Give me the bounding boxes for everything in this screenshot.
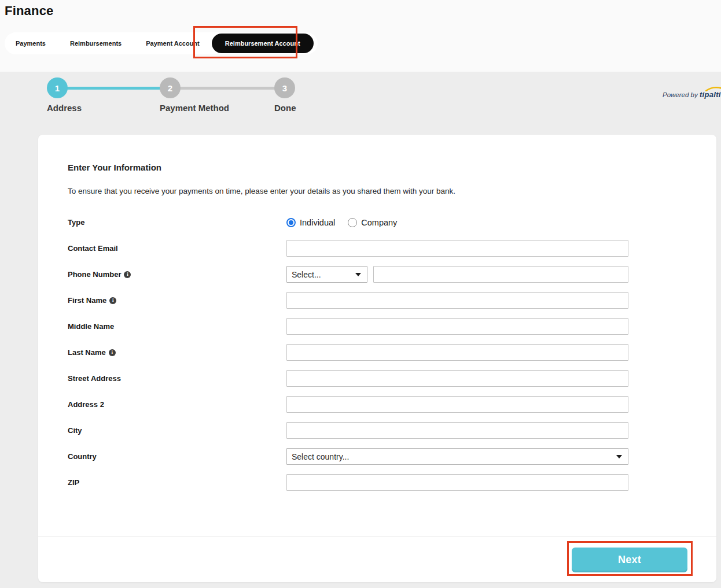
last-name-input[interactable]: [286, 344, 628, 361]
field-label-street-address: Street Address: [68, 369, 286, 383]
field-label-zip: ZIP: [68, 473, 286, 487]
field-label-last-name: Last Name i: [68, 343, 286, 357]
step-label-done: Done: [274, 103, 296, 113]
info-icon[interactable]: i: [109, 297, 116, 304]
card-heading: Enter Your Information: [68, 162, 161, 172]
field-label-first-name: First Name i: [68, 291, 286, 305]
step-circle-3: 3: [274, 77, 295, 98]
powered-by-text: Powered by: [663, 91, 698, 98]
field-label-phone-number: Phone Number i: [68, 265, 286, 279]
step-label-payment-method: Payment Method: [160, 103, 229, 113]
form-row-street-address: Street Address: [68, 369, 658, 395]
field-label-contact-email: Contact Email: [68, 239, 286, 253]
radio-company[interactable]: Company: [348, 218, 397, 227]
form-row-zip: ZIP: [68, 473, 658, 499]
footer-divider: [38, 536, 716, 537]
tab-payment-account[interactable]: Payment Account: [146, 40, 200, 47]
step-circle-2: 2: [160, 77, 181, 98]
first-name-input[interactable]: [286, 292, 628, 309]
page-title: Finance: [5, 3, 54, 19]
step-number: 1: [55, 83, 60, 93]
field-label-city: City: [68, 421, 286, 435]
tab-bar: Payments Reimbursements Payment Account …: [5, 32, 318, 54]
form-row-middle-name: Middle Name: [68, 317, 658, 343]
street-address-input[interactable]: [286, 370, 628, 387]
field-label-middle-name: Middle Name: [68, 317, 286, 331]
form-row-city: City: [68, 421, 658, 447]
form-row-type: Type Individual Company: [68, 213, 658, 239]
card-subheading: To ensure that you receive your payments…: [68, 187, 455, 195]
form-row-address-2: Address 2: [68, 395, 658, 421]
type-radio-group: Individual Company: [286, 213, 628, 227]
form-row-phone-number: Phone Number i Select...: [68, 265, 658, 291]
form-row-last-name: Last Name i: [68, 343, 658, 369]
info-icon[interactable]: i: [124, 271, 131, 278]
tab-payments[interactable]: Payments: [16, 40, 46, 47]
tab-reimbursement-account[interactable]: Reimbursement Account: [212, 34, 314, 53]
step-number: 3: [282, 83, 287, 93]
form-card: Enter Your Information To ensure that yo…: [38, 135, 716, 582]
phone-number-input[interactable]: [373, 266, 628, 283]
field-label-address-2: Address 2: [68, 395, 286, 409]
info-icon[interactable]: i: [109, 349, 116, 356]
address-2-input[interactable]: [286, 396, 628, 413]
field-label-type: Type: [68, 213, 286, 227]
chevron-down-icon: [355, 273, 361, 276]
form-row-first-name: First Name i: [68, 291, 658, 317]
radio-unselected-icon[interactable]: [348, 218, 357, 227]
field-label-country: Country: [68, 447, 286, 461]
stepper-connector-done: [57, 87, 170, 90]
step-number: 2: [168, 83, 172, 93]
step-label-address: Address: [47, 103, 82, 113]
zip-input[interactable]: [286, 474, 628, 491]
tab-reimbursements[interactable]: Reimbursements: [70, 40, 122, 47]
radio-individual[interactable]: Individual: [286, 218, 335, 227]
city-input[interactable]: [286, 422, 628, 439]
contact-email-input[interactable]: [286, 240, 628, 257]
phone-country-code-select[interactable]: Select...: [286, 266, 367, 283]
powered-by-tipalti: Powered by tipalti: [663, 90, 721, 102]
radio-selected-icon[interactable]: [286, 218, 296, 227]
tipalti-swoosh-icon: [705, 86, 721, 91]
form-row-country: Country Select country...: [68, 447, 658, 473]
country-select[interactable]: Select country...: [286, 448, 628, 465]
step-circle-1: 1: [47, 77, 68, 98]
stepper-connector-todo: [170, 87, 285, 90]
form-row-contact-email: Contact Email: [68, 239, 658, 265]
middle-name-input[interactable]: [286, 318, 628, 335]
next-button[interactable]: Next: [572, 548, 687, 572]
tipalti-logo: tipalti: [700, 90, 721, 99]
address-form: Type Individual Company: [68, 213, 658, 499]
chevron-down-icon: [616, 455, 622, 458]
